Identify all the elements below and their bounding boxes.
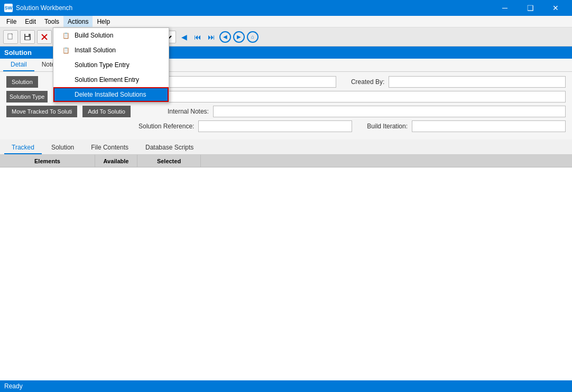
delete-button[interactable] — [37, 30, 52, 44]
tracked-buttons-row: Move Tracked To Soluti Add To Solutio In… — [6, 106, 566, 117]
delete-installed-label: Delete Installed Solutions — [75, 91, 146, 98]
solution-element-entry-label: Solution Element Entry — [75, 76, 139, 83]
restore-button[interactable]: ❑ — [518, 0, 542, 16]
internal-notes-label: Internal Notes: — [168, 108, 209, 115]
solution-button[interactable]: Solution — [6, 76, 38, 88]
menu-item-solution-element-entry[interactable]: Solution Element Entry — [53, 72, 169, 87]
table-header: Elements Available Selected — [0, 155, 572, 167]
col-header-available: Available — [95, 155, 137, 167]
build-iteration-label: Build Iteration: — [367, 123, 408, 130]
move-tracked-button[interactable]: Move Tracked To Soluti — [6, 106, 77, 117]
title-bar: SW Solution Workbench ─ ❑ ✕ — [0, 0, 572, 16]
solution-element-entry-icon — [62, 76, 70, 84]
tab-detail[interactable]: Detail — [3, 59, 34, 71]
menu-item-delete-installed[interactable]: Delete Installed Solutions — [53, 87, 169, 102]
created-by-input[interactable] — [389, 76, 566, 88]
circle-forward-button[interactable]: ▶ — [233, 31, 245, 43]
description-input[interactable] — [149, 91, 566, 102]
content-tab-tracked[interactable]: Tracked — [4, 142, 42, 154]
delete-installed-icon — [62, 90, 70, 99]
menu-item-solution-type-entry[interactable]: Solution Type Entry — [53, 58, 169, 72]
status-text: Ready — [4, 382, 23, 390]
status-bar: Ready — [0, 380, 572, 392]
solution-type-entry-icon — [62, 61, 70, 69]
content-tab-solution[interactable]: Solution — [44, 142, 81, 154]
content-tab-database-scripts[interactable]: Database Scripts — [138, 142, 201, 154]
menu-actions[interactable]: Actions — [63, 16, 93, 27]
col-header-selected: Selected — [137, 155, 201, 167]
solution-type-entry-label: Solution Type Entry — [75, 61, 130, 69]
nav-first-button[interactable]: ⏮ — [192, 31, 204, 43]
content-tab-file-contents[interactable]: File Contents — [84, 142, 136, 154]
install-solution-label: Install Solution — [75, 46, 116, 54]
content-tabs: Tracked Solution File Contents Database … — [0, 139, 572, 155]
col-header-elements: Elements — [0, 155, 95, 167]
svg-rect-3 — [25, 37, 30, 40]
new-button[interactable] — [3, 30, 18, 44]
solution-type-button[interactable]: Solution Type — [6, 91, 48, 102]
app-icon: SW — [4, 4, 13, 12]
menu-bar: File Edit Tools Actions Help — [0, 16, 572, 27]
created-by-label: Created By: — [351, 78, 384, 86]
main-content — [0, 167, 572, 392]
minimize-button[interactable]: ─ — [493, 0, 517, 16]
title-bar-controls: ─ ❑ ✕ — [493, 0, 568, 16]
solution-reference-input[interactable] — [198, 120, 352, 132]
app-version-input[interactable] — [159, 76, 336, 88]
window-title: Solution Workbench — [16, 4, 72, 12]
save-button[interactable] — [20, 30, 35, 44]
actions-dropdown-menu: 📋 Build Solution 📋 Install Solution Solu… — [53, 27, 169, 102]
menu-item-install-solution[interactable]: 📋 Install Solution — [53, 43, 169, 58]
menu-help[interactable]: Help — [93, 16, 114, 27]
circle-home-button[interactable]: ⌂ — [247, 31, 259, 43]
add-to-solution-button[interactable]: Add To Solutio — [82, 106, 131, 117]
build-solution-icon: 📋 — [62, 31, 70, 40]
internal-notes-input[interactable] — [213, 106, 566, 117]
build-solution-label: Build Solution — [75, 32, 113, 39]
nav-back-button[interactable]: ◀ — [178, 31, 190, 43]
menu-tools[interactable]: Tools — [40, 16, 63, 27]
install-solution-icon: 📋 — [62, 46, 70, 54]
menu-item-build-solution[interactable]: 📋 Build Solution — [53, 28, 169, 43]
circle-back-button[interactable]: ◀ — [219, 31, 231, 43]
menu-file[interactable]: File — [2, 16, 21, 27]
solution-reference-label: Solution Reference: — [139, 123, 194, 130]
svg-rect-0 — [8, 34, 12, 39]
nav-last-button[interactable]: ⏭ — [206, 31, 217, 43]
internal-notes-row: Internal Notes: — [136, 106, 566, 117]
title-bar-left: SW Solution Workbench — [4, 4, 72, 12]
svg-rect-2 — [25, 34, 29, 36]
close-button[interactable]: ✕ — [543, 0, 568, 16]
reference-row: Solution Reference: Build Iteration: — [6, 120, 566, 132]
menu-edit[interactable]: Edit — [21, 16, 40, 27]
build-iteration-input[interactable] — [412, 120, 566, 132]
